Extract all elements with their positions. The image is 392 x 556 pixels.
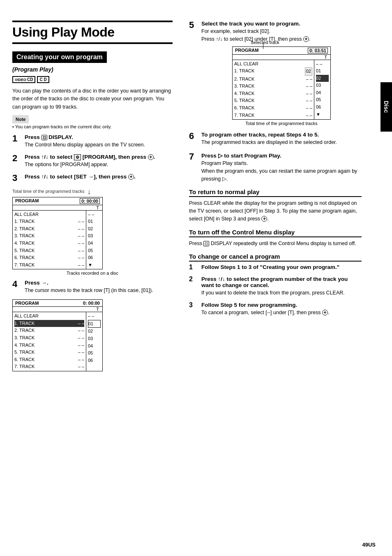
table-2-header: PROGRAM 0: 00:00 xyxy=(13,300,102,307)
step-7-num: 7 xyxy=(189,152,198,161)
step-4-num: 4 xyxy=(12,280,21,289)
sub-step-1-title: Follow Steps 1 to 3 of "Creating your ow… xyxy=(201,264,362,270)
step-2: 2 Press ↑/↓ to select ⚙ [PROGRAM], then … xyxy=(12,154,173,169)
table-row: ALL CLEAR xyxy=(14,313,84,320)
table-row: 05 xyxy=(316,96,329,104)
table-row: 05 xyxy=(88,247,101,255)
table-row: 2. TRACK– – xyxy=(234,76,312,83)
table-row: 06 xyxy=(88,254,101,262)
table-3-right-col: – – 01 02 03 04 05 06 ▼ xyxy=(314,60,330,120)
circle-plus-5: + xyxy=(303,36,309,42)
annotation-line xyxy=(263,43,263,49)
table-row: 06 xyxy=(316,104,329,111)
table-3-body: ALL CLEAR 1. TRACK 02 2. TRACK– – 3. TRA… xyxy=(233,60,330,120)
table-row: 7. TRACK– – xyxy=(234,112,312,119)
page-number: 49US xyxy=(362,542,376,548)
subsection-return: To return to normal play Press CLEAR whi… xyxy=(189,188,362,222)
table-row: 04 xyxy=(88,240,101,247)
step-5-body1: For example, select track [02]. xyxy=(201,28,362,35)
table-row: 02 xyxy=(316,75,329,82)
badge-videocod: VIDEO CD xyxy=(12,76,35,83)
table-row: 02 xyxy=(88,225,101,233)
table-3-annotation-wrap: Selected track PROGRAM 0: 03:51 T ALL CL… xyxy=(201,46,362,126)
table-2-time: 0: 00:00 xyxy=(83,301,100,306)
table-2-right-col: – – 01 02 03 04 05 06 xyxy=(86,312,102,371)
step-4: 4 Press →. The cursor moves to the track… xyxy=(12,280,173,294)
sub-step-3-num: 3 xyxy=(189,302,198,308)
table-row: 01 xyxy=(316,67,329,75)
step-2-body: The options for [PROGRAM] appear. xyxy=(25,161,173,169)
table-1-header: PROGRAM 0: 00:00 xyxy=(13,197,102,205)
step-6-title: To program other tracks, repeat Steps 4 … xyxy=(201,132,362,138)
program-icon: ⚙ xyxy=(74,154,81,160)
format-badges: VIDEO CD C D xyxy=(12,76,173,83)
table-row: 4. TRACK– – xyxy=(234,90,312,97)
step-7-body1: Program Play starts. xyxy=(201,160,362,167)
sub-step-1-num: 1 xyxy=(189,264,198,271)
step-1-num: 1 xyxy=(12,134,21,143)
table-row: 3. TRACK– – xyxy=(14,232,84,240)
step-7-body2: When the program ends, you can restart t… xyxy=(201,167,362,183)
table-2-t: T xyxy=(13,307,102,312)
section-heading: Creating your own program xyxy=(12,51,107,63)
step-5-num: 5 xyxy=(189,21,198,30)
table-row: 6. TRACK– – xyxy=(14,254,84,262)
table-row: 5. TRACK– – xyxy=(14,349,84,356)
step-5: 5 Select the track you want to program. … xyxy=(189,21,362,126)
step-3-num: 3 xyxy=(12,174,21,183)
table-row: 6. TRACK– – xyxy=(14,356,84,364)
table-row: 4. TRACK– – xyxy=(14,342,84,349)
step-1-title: Press ⊡ DISPLAY. xyxy=(25,134,173,140)
step-6: 6 To program other tracks, repeat Steps … xyxy=(189,132,362,146)
table-row: 02 xyxy=(88,328,101,335)
step-4-body: The cursor moves to the track row [T] (i… xyxy=(25,287,173,294)
table-1-header-left: PROGRAM xyxy=(15,198,39,204)
side-tab: Disc xyxy=(380,82,392,132)
program-table-3: PROGRAM 0: 03:51 T ALL CLEAR 1. TRACK 02… xyxy=(232,46,331,120)
table-1-caption: Tracks recorded on a disc xyxy=(12,271,173,276)
table-row: 7. TRACK– – xyxy=(14,363,84,371)
table-row: ▼ xyxy=(88,262,101,269)
table-2-body: ALL CLEAR 1. TRACK– – 2. TRACK– – 3. TRA… xyxy=(13,312,102,371)
sub-step-3-body: To cancel a program, select [--] under [… xyxy=(201,309,362,317)
table-row: ALL CLEAR xyxy=(14,211,84,218)
table-1-left-col: ALL CLEAR 1. TRACK– – 2. TRACK– – 3. TRA… xyxy=(13,211,86,269)
table-row: 1. TRACK– – xyxy=(14,218,84,225)
circle-plus-3: + xyxy=(128,174,134,180)
sub-step-2-body: If you want to delete the track from the… xyxy=(201,289,362,297)
step-7: 7 Press ▷ to start Program Play. Program… xyxy=(189,152,362,183)
subsection-return-body: Press CLEAR while the display for the pr… xyxy=(189,199,362,222)
subsection-turnoff: To turn off the Control Menu display Pre… xyxy=(189,229,362,248)
step-7-title: Press ▷ to start Program Play. xyxy=(201,152,362,159)
step-1: 1 Press ⊡ DISPLAY. The Control Menu disp… xyxy=(12,134,173,149)
step-3-title: Press ↑/↓ to select [SET →], then press … xyxy=(25,174,173,180)
step-4-title: Press →. xyxy=(25,280,173,286)
table-2-wrap: PROGRAM 0: 00:00 T ALL CLEAR 1. TRACK– –… xyxy=(12,299,173,371)
note-text: • You can program tracks on the current … xyxy=(12,124,173,129)
table-3-time: 0: 03:51 xyxy=(308,48,328,53)
table-1-label: Total time of the programmed tracks ↓ xyxy=(12,188,173,196)
step-6-body: The programmed tracks are displayed in t… xyxy=(201,139,362,146)
sub-step-2-title: Press ↑/↓ to select the program number o… xyxy=(201,276,362,288)
table-row: 4. TRACK– – xyxy=(14,240,84,247)
table-row: – – xyxy=(316,60,329,68)
table-row-highlighted: 1. TRACK– – xyxy=(14,320,84,327)
sub-step-1: 1 Follow Steps 1 to 3 of "Creating your … xyxy=(189,264,362,271)
table-row: 04 xyxy=(88,343,101,350)
subsection-turnoff-title: To turn off the Control Menu display xyxy=(189,229,362,237)
display-icon-2: ⊡ xyxy=(203,241,209,246)
table-1-body: ALL CLEAR 1. TRACK– – 2. TRACK– – 3. TRA… xyxy=(13,211,102,269)
table-row: 06 xyxy=(88,357,101,364)
table-row: 05 xyxy=(88,350,101,357)
step-5-body2: Press ↑/↓ to select [02] under [T], then… xyxy=(201,35,362,43)
subsection-return-title: To return to normal play xyxy=(189,188,362,197)
sub-step-2-num: 2 xyxy=(189,276,198,283)
table-row: ▼ xyxy=(316,111,329,118)
step-2-num: 2 xyxy=(12,154,21,163)
subsection-change-title: To change or cancel a program xyxy=(189,253,362,262)
selected-track-label: Selected track xyxy=(251,40,279,45)
program-table-2: PROGRAM 0: 00:00 T ALL CLEAR 1. TRACK– –… xyxy=(12,299,103,371)
step-3: 3 Press ↑/↓ to select [SET →], then pres… xyxy=(12,174,173,183)
display-icon: ⊡ xyxy=(42,135,47,140)
step-5-title: Select the track you want to program. xyxy=(201,21,362,27)
